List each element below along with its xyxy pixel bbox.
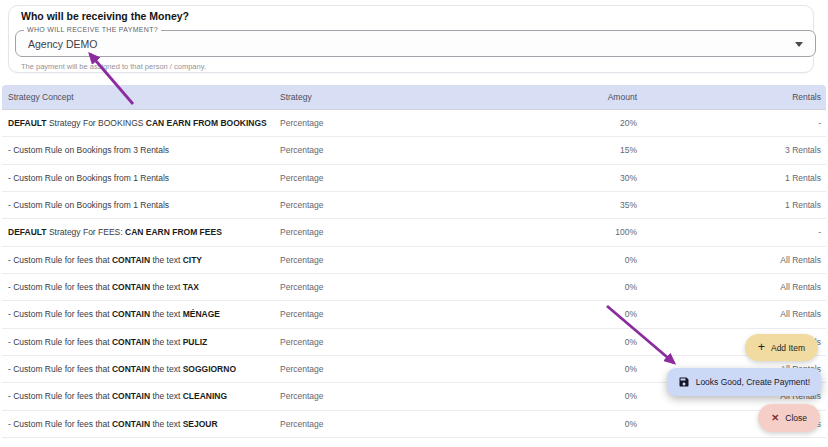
table-row[interactable]: - Custom Rule for fees that CONTAIN the … <box>2 247 826 274</box>
amount-cell: 0% <box>625 337 637 347</box>
strategy-cell: Percentage <box>280 364 323 374</box>
strategy-concept-cell: DEFAULT Strategy For FEES: CAN EARN FROM… <box>8 227 222 237</box>
amount-cell: 0% <box>625 255 637 265</box>
strategy-cell: Percentage <box>280 391 323 401</box>
table-row[interactable]: DEFAULT Strategy For BOOKINGS CAN EARN F… <box>2 110 826 137</box>
create-payment-page: Who will be receiving the Money? WHO WIL… <box>0 0 828 447</box>
strategy-cell: Percentage <box>280 309 323 319</box>
amount-cell: 0% <box>625 282 637 292</box>
save-icon <box>678 376 690 388</box>
amount-cell: 0% <box>625 309 637 319</box>
helper-text: The payment will be assigned to that per… <box>21 62 206 71</box>
strategy-concept-cell: - Custom Rule for fees that CONTAIN the … <box>8 282 199 292</box>
column-header-amount: Amount <box>608 92 637 102</box>
amount-cell: 20% <box>620 118 637 128</box>
select-value: Agency DEMO <box>28 38 97 50</box>
strategy-concept-cell: - Custom Rule for fees that CONTAIN the … <box>8 309 220 319</box>
strategy-cell: Percentage <box>280 337 323 347</box>
strategy-cell: Percentage <box>280 255 323 265</box>
payment-recipient-select[interactable]: WHO WILL RECEIVE THE PAYMENT? Agency DEM… <box>15 30 816 57</box>
strategy-concept-cell: - Custom Rule for fees that CONTAIN the … <box>8 391 227 401</box>
amount-cell: 35% <box>620 200 637 210</box>
amount-cell: 0% <box>625 419 637 429</box>
table-row[interactable]: - Custom Rule on Bookings from 1 Rentals… <box>2 165 826 192</box>
amount-cell: 100% <box>615 227 637 237</box>
rentals-cell: All Rentals <box>780 282 821 292</box>
table-row[interactable]: - Custom Rule on Bookings from 3 Rentals… <box>2 137 826 164</box>
column-header-strategy: Strategy <box>280 92 312 102</box>
table-row[interactable]: - Custom Rule for fees that CONTAIN the … <box>2 301 826 328</box>
rentals-cell: 1 Rentals <box>785 173 821 183</box>
add-item-label: Add Item <box>771 343 805 353</box>
strategy-cell: Percentage <box>280 227 323 237</box>
amount-cell: 0% <box>625 364 637 374</box>
strategy-cell: Percentage <box>280 282 323 292</box>
strategy-concept-cell: DEFAULT Strategy For BOOKINGS CAN EARN F… <box>8 118 267 128</box>
plus-icon: + <box>758 341 765 354</box>
strategy-concept-cell: - Custom Rule for fees that CONTAIN the … <box>8 337 207 347</box>
strategy-concept-cell: - Custom Rule for fees that CONTAIN the … <box>8 419 218 429</box>
rentals-cell: 3 Rentals <box>785 145 821 155</box>
strategy-concept-cell: - Custom Rule on Bookings from 1 Rentals <box>8 200 169 210</box>
amount-cell: 0% <box>625 391 637 401</box>
rentals-cell: 1 Rentals <box>785 200 821 210</box>
recipient-card: Who will be receiving the Money? WHO WIL… <box>8 5 814 73</box>
rentals-cell: All Rentals <box>780 309 821 319</box>
strategy-concept-cell: - Custom Rule for fees that CONTAIN the … <box>8 255 202 265</box>
page-title: Who will be receiving the Money? <box>21 10 189 22</box>
close-label: Close <box>785 413 807 423</box>
strategy-cell: Percentage <box>280 419 323 429</box>
table-row[interactable]: - Custom Rule for fees that CONTAIN the … <box>2 411 826 438</box>
add-item-button[interactable]: + Add Item <box>745 334 818 361</box>
amount-cell: 30% <box>620 173 637 183</box>
table-row[interactable]: DEFAULT Strategy For FEES: CAN EARN FROM… <box>2 219 826 246</box>
create-payment-label: Looks Good, Create Payment! <box>696 377 810 387</box>
column-header-strategy-concept: Strategy Concept <box>8 92 74 102</box>
strategy-concept-cell: - Custom Rule for fees that CONTAIN the … <box>8 364 236 374</box>
strategy-cell: Percentage <box>280 200 323 210</box>
strategy-cell: Percentage <box>280 173 323 183</box>
rentals-cell: All Rentals <box>780 255 821 265</box>
table-row[interactable]: - Custom Rule for fees that CONTAIN the … <box>2 274 826 301</box>
close-icon: ✕ <box>771 413 779 423</box>
strategy-concept-cell: - Custom Rule on Bookings from 3 Rentals <box>8 145 169 155</box>
amount-cell: 15% <box>620 145 637 155</box>
chevron-down-icon <box>795 42 803 47</box>
strategy-cell: Percentage <box>280 118 323 128</box>
create-payment-button[interactable]: Looks Good, Create Payment! <box>667 368 821 396</box>
table-row[interactable]: - Custom Rule on Bookings from 1 Rentals… <box>2 192 826 219</box>
select-label: WHO WILL RECEIVE THE PAYMENT? <box>24 26 161 33</box>
table-row[interactable]: - Custom Rule for fees that CONTAIN the … <box>2 329 826 356</box>
strategy-concept-cell: - Custom Rule on Bookings from 1 Rentals <box>8 173 169 183</box>
column-header-rentals: Rentals <box>792 92 821 102</box>
table-header: Strategy Concept Strategy Amount Rentals <box>2 85 826 110</box>
close-button[interactable]: ✕ Close <box>758 404 820 432</box>
rentals-cell: - <box>818 118 821 128</box>
strategy-cell: Percentage <box>280 145 323 155</box>
rentals-cell: - <box>818 227 821 237</box>
